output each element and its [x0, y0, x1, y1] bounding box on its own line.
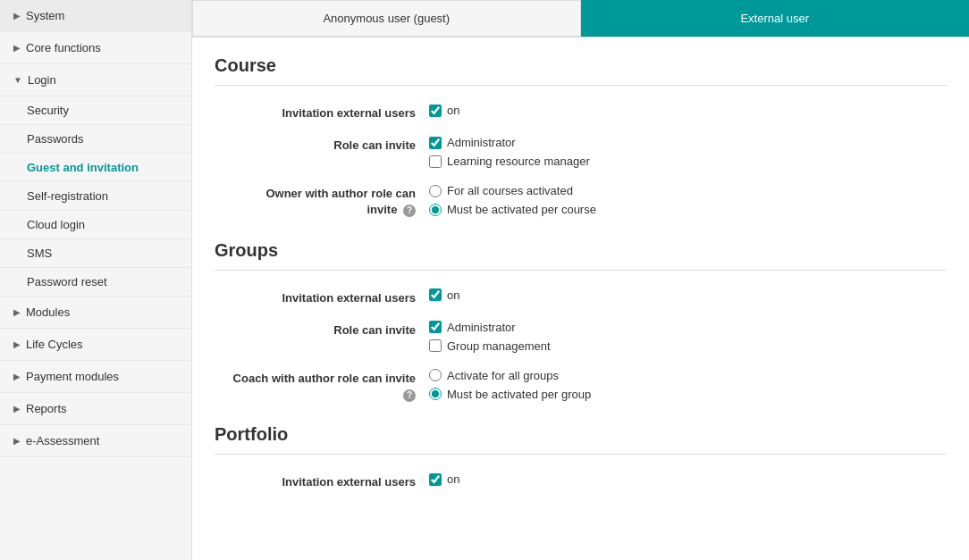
sidebar-item-e-assessment[interactable]: ▶ e-Assessment — [0, 425, 191, 457]
course-for-all-row: For all courses activated — [429, 184, 596, 197]
sidebar-item-login[interactable]: ▼ Login — [0, 64, 191, 96]
groups-invitation-checkbox[interactable] — [429, 288, 442, 301]
sidebar-item-passwords[interactable]: Passwords — [0, 125, 191, 154]
course-invitation-label: Invitation external users — [232, 104, 429, 121]
tab-bar: Anonymous user (guest) External user — [192, 0, 969, 38]
chevron-right-icon: ▶ — [13, 436, 21, 446]
groups-coach-help-icon[interactable]: ? — [403, 389, 416, 402]
course-invitation-row: Invitation external users on — [215, 104, 947, 121]
sidebar-item-self-registration[interactable]: Self-registration — [0, 182, 191, 211]
groups-section: Groups Invitation external users on Role… — [215, 240, 947, 404]
sidebar-item-life-cycles[interactable]: ▶ Life Cycles — [0, 329, 191, 361]
course-for-all-label[interactable]: For all courses activated — [447, 184, 573, 197]
course-invitation-checkbox[interactable] — [429, 104, 442, 117]
portfolio-invitation-on-label[interactable]: on — [447, 472, 459, 486]
groups-divider — [215, 270, 947, 271]
tab-anonymous[interactable]: Anonymous user (guest) — [192, 0, 581, 37]
groups-gm-label[interactable]: Group management — [447, 339, 551, 353]
portfolio-divider — [215, 454, 947, 455]
groups-role-invite-row: Role can invite Administrator Group mana… — [215, 321, 947, 355]
chevron-right-icon: ▶ — [13, 307, 21, 317]
course-divider — [215, 85, 947, 86]
groups-admin-row: Administrator — [429, 321, 551, 334]
groups-for-all-label[interactable]: Activate for all groups — [447, 369, 559, 382]
course-lrm-label[interactable]: Learning resource manager — [447, 155, 590, 168]
groups-role-invite-label: Role can invite — [232, 321, 429, 339]
sidebar-item-system[interactable]: ▶ System — [0, 0, 191, 32]
groups-invitation-on-row: on — [429, 288, 459, 302]
groups-per-group-radio[interactable] — [429, 388, 442, 400]
groups-invitation-label: Invitation external users — [232, 288, 429, 306]
groups-invitation-control: on — [429, 288, 459, 304]
groups-gm-checkbox[interactable] — [429, 339, 442, 352]
course-for-all-radio[interactable] — [429, 185, 442, 197]
portfolio-invitation-checkbox[interactable] — [429, 473, 442, 486]
course-per-course-radio[interactable] — [429, 204, 442, 216]
course-lrm-row: Learning resource manager — [429, 155, 590, 168]
course-admin-label[interactable]: Administrator — [447, 136, 516, 149]
course-role-invite-label: Role can invite — [232, 136, 429, 154]
groups-invitation-on-label[interactable]: on — [447, 288, 459, 302]
tab-external[interactable]: External user — [581, 0, 970, 37]
portfolio-title: Portfolio — [215, 424, 947, 445]
portfolio-section: Portfolio Invitation external users on — [215, 424, 947, 490]
chevron-right-icon: ▶ — [13, 43, 21, 53]
course-invitation-on-row: on — [429, 104, 459, 117]
groups-for-all-row: Activate for all groups — [429, 369, 591, 382]
course-title: Course — [215, 55, 947, 76]
sidebar-item-reports[interactable]: ▶ Reports — [0, 393, 191, 425]
course-role-invite-control: Administrator Learning resource manager — [429, 136, 590, 170]
course-invitation-on-label[interactable]: on — [447, 104, 459, 117]
groups-invitation-row: Invitation external users on — [215, 288, 947, 306]
sidebar-item-guest-invitation[interactable]: Guest and invitation — [0, 154, 191, 182]
portfolio-invitation-row: Invitation external users on — [215, 472, 947, 490]
sidebar-item-security[interactable]: Security — [0, 96, 191, 125]
course-per-course-row: Must be activated per course — [429, 203, 596, 216]
groups-per-group-label[interactable]: Must be activated per group — [447, 388, 591, 401]
course-owner-label: Owner with author role can invite ? — [232, 184, 429, 218]
groups-coach-control: Activate for all groups Must be activate… — [429, 369, 591, 403]
sidebar-item-password-reset[interactable]: Password reset — [0, 268, 191, 297]
course-owner-row: Owner with author role can invite ? For … — [215, 184, 947, 218]
portfolio-invitation-control: on — [429, 472, 459, 488]
course-admin-checkbox[interactable] — [429, 137, 442, 149]
groups-title: Groups — [215, 240, 947, 261]
course-owner-control: For all courses activated Must be activa… — [429, 184, 596, 218]
groups-admin-label[interactable]: Administrator — [447, 321, 516, 334]
chevron-right-icon: ▶ — [13, 404, 21, 414]
groups-coach-row: Coach with author role can invite ? Acti… — [215, 369, 947, 403]
chevron-right-icon: ▶ — [13, 339, 21, 349]
groups-admin-checkbox[interactable] — [429, 321, 442, 333]
course-owner-help-icon[interactable]: ? — [403, 205, 416, 217]
portfolio-invitation-label: Invitation external users — [232, 472, 429, 490]
chevron-right-icon: ▶ — [13, 11, 21, 21]
groups-per-group-row: Must be activated per group — [429, 388, 591, 401]
main-content: Anonymous user (guest) External user Cou… — [192, 0, 969, 560]
sidebar: ▶ System ▶ Core functions ▼ Login Securi… — [0, 0, 192, 560]
groups-role-invite-control: Administrator Group management — [429, 321, 551, 355]
portfolio-invitation-on-row: on — [429, 472, 459, 486]
groups-coach-label: Coach with author role can invite ? — [232, 369, 429, 403]
sidebar-item-modules[interactable]: ▶ Modules — [0, 297, 191, 329]
course-section: Course Invitation external users on Role… — [215, 55, 947, 219]
chevron-right-icon: ▶ — [13, 372, 21, 381]
course-per-course-label[interactable]: Must be activated per course — [447, 203, 596, 216]
sidebar-item-payment-modules[interactable]: ▶ Payment modules — [0, 361, 191, 393]
course-invitation-control: on — [429, 104, 459, 119]
course-admin-row: Administrator — [429, 136, 590, 149]
groups-for-all-radio[interactable] — [429, 369, 442, 381]
sidebar-item-sms[interactable]: SMS — [0, 239, 191, 268]
course-lrm-checkbox[interactable] — [429, 155, 442, 168]
chevron-down-icon: ▼ — [13, 75, 22, 85]
sidebar-item-cloud-login[interactable]: Cloud login — [0, 211, 191, 239]
sidebar-item-core-functions[interactable]: ▶ Core functions — [0, 32, 191, 64]
groups-gm-row: Group management — [429, 339, 551, 353]
content-area: Course Invitation external users on Role… — [192, 38, 969, 530]
course-role-invite-row: Role can invite Administrator Learning r… — [215, 136, 947, 170]
